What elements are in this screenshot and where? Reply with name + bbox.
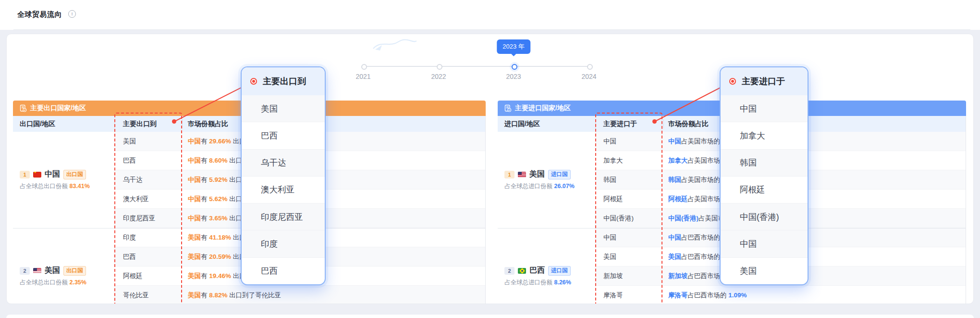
section-header: 全球贸易流向 ! bbox=[0, 0, 980, 30]
usa-flag-icon bbox=[33, 268, 41, 274]
popup-header: 主要进口于 bbox=[721, 67, 808, 95]
rank-badge: 2 bbox=[20, 267, 30, 275]
role-badge: 进口国 bbox=[548, 266, 571, 276]
import-from-popup: 主要进口于 中国 加拿大 韩国 阿根廷 中国(香港) 中国 美国 bbox=[720, 66, 808, 285]
partner-country: 阿根廷 bbox=[603, 195, 623, 204]
popup-item[interactable]: 阿根廷 bbox=[721, 177, 808, 204]
col-exporter: 出口国/地区 bbox=[20, 120, 55, 128]
popup-item[interactable]: 澳大利亚 bbox=[242, 177, 325, 204]
page-title: 全球贸易流向 bbox=[17, 10, 62, 19]
export-to-popup: 主要出口到 美国 巴西 乌干达 澳大利亚 印度尼西亚 印度 巴西 bbox=[241, 66, 326, 285]
market-share-text: 加拿大占美国市场的 bbox=[668, 156, 727, 165]
partner-country: 加拿大 bbox=[603, 156, 623, 165]
exporter-china-cell: 1 中国 出口国 占全球总出口份额 83.41% bbox=[13, 132, 114, 228]
table-edge bbox=[966, 116, 966, 304]
rank-badge: 2 bbox=[504, 267, 514, 275]
plane-decoration-icon bbox=[370, 37, 418, 54]
country-name: 美国 bbox=[45, 266, 60, 276]
col-import-from: 主要进口于 bbox=[603, 120, 637, 128]
table-edge bbox=[485, 116, 486, 304]
exporter-usa-cell: 2 美国 出口国 占全球总出口份额 2.35% bbox=[13, 228, 114, 304]
market-share-text: 新加坡占巴西市场的 bbox=[668, 272, 727, 280]
popup-item[interactable]: 乌干达 bbox=[242, 150, 325, 177]
col-export-to: 主要出口到 bbox=[123, 120, 157, 128]
popup-item[interactable]: 印度尼西亚 bbox=[242, 204, 325, 230]
slider-dot-2021[interactable] bbox=[361, 64, 367, 70]
partner-country: 乌干达 bbox=[123, 176, 143, 184]
global-share: 占全球总出口份额 2.35% bbox=[20, 279, 114, 287]
col-market-share: 市场份额占比 bbox=[668, 120, 709, 128]
popup-header: 主要出口到 bbox=[242, 67, 325, 95]
partner-country: 中国 bbox=[603, 137, 616, 146]
popup-item[interactable]: 美国 bbox=[242, 95, 325, 122]
export-anchor-dot bbox=[172, 119, 176, 124]
role-badge: 进口国 bbox=[548, 170, 571, 179]
country-name: 巴西 bbox=[529, 266, 545, 276]
global-trade-flow-panel: 全球贸易流向 ! 2023 年 2021 2022 2023 2024 bbox=[0, 0, 980, 318]
slider-handle-2023[interactable] bbox=[512, 64, 517, 70]
year-label[interactable]: 2022 bbox=[431, 73, 446, 80]
country-name: 中国 bbox=[45, 169, 60, 179]
info-icon[interactable]: ! bbox=[68, 10, 76, 18]
partner-country: 中国(香港) bbox=[603, 214, 634, 223]
importer-brazil-cell: 2 巴西 进口国 占全球总进口份额 8.26% bbox=[498, 228, 595, 304]
year-label[interactable]: 2023 bbox=[506, 73, 521, 80]
popup-title: 主要进口于 bbox=[742, 76, 785, 87]
usa-flag-icon bbox=[518, 172, 526, 178]
slider-dot-2024[interactable] bbox=[587, 64, 593, 70]
role-badge: 出口国 bbox=[63, 266, 86, 276]
partner-country: 韩国 bbox=[603, 176, 616, 184]
market-share-text: 美国占巴西市场的 bbox=[668, 253, 720, 261]
country-name: 美国 bbox=[529, 169, 545, 179]
brazil-flag-icon bbox=[518, 268, 526, 274]
divider bbox=[13, 29, 970, 30]
partner-country: 印度尼西亚 bbox=[123, 214, 156, 223]
partner-country: 澳大利亚 bbox=[123, 195, 149, 204]
slider-track[interactable] bbox=[363, 66, 589, 67]
popup-item[interactable]: 巴西 bbox=[242, 258, 325, 284]
market-share-text: 阿根廷占美国市场的 bbox=[668, 195, 727, 204]
popup-item[interactable]: 韩国 bbox=[721, 150, 808, 177]
year-tooltip: 2023 年 bbox=[497, 39, 530, 54]
year-label[interactable]: 2021 bbox=[355, 73, 370, 80]
partner-country: 印度 bbox=[123, 233, 136, 242]
market-share-text: 韩国占美国市场的 bbox=[668, 176, 720, 184]
rank-badge: 1 bbox=[504, 171, 514, 178]
popup-item[interactable]: 巴西 bbox=[242, 122, 325, 149]
popup-item[interactable]: 加拿大 bbox=[721, 122, 808, 149]
import-anchor-dot bbox=[652, 119, 657, 124]
partner-country: 新加坡 bbox=[603, 272, 623, 280]
trade-card: 2023 年 2021 2022 2023 2024 主要出口国家/地区 bbox=[6, 34, 974, 304]
list-icon bbox=[504, 104, 512, 112]
role-badge: 出口国 bbox=[63, 170, 86, 179]
china-flag-icon bbox=[33, 172, 41, 178]
market-share-text: 美国有 8.82% 出口到了哥伦比亚 bbox=[188, 291, 281, 300]
market-share-text: 中国占巴西市场的 bbox=[668, 233, 720, 242]
table-title: 主要进口国家/地区 bbox=[515, 104, 571, 113]
popup-title: 主要出口到 bbox=[263, 76, 306, 87]
partner-country: 美国 bbox=[123, 137, 136, 146]
next-section-card bbox=[6, 315, 974, 318]
global-share: 占全球总进口份额 26.07% bbox=[504, 182, 595, 191]
popup-item[interactable]: 美国 bbox=[721, 258, 808, 284]
popup-item[interactable]: 印度 bbox=[242, 230, 325, 257]
market-share-text: 摩洛哥占巴西市场的 1.09% bbox=[668, 291, 747, 300]
partner-country: 美国 bbox=[603, 253, 616, 261]
col-market-share: 市场份额占比 bbox=[188, 120, 228, 128]
importer-usa-cell: 1 美国 进口国 占全球总进口份额 26.07% bbox=[498, 132, 595, 228]
partner-country: 中国 bbox=[603, 233, 616, 242]
global-share: 占全球总进口份额 8.26% bbox=[504, 279, 595, 287]
target-dot-icon bbox=[250, 78, 257, 85]
partner-country: 巴西 bbox=[123, 253, 136, 261]
popup-item[interactable]: 中国 bbox=[721, 230, 808, 257]
year-label[interactable]: 2024 bbox=[581, 73, 596, 80]
col-importer: 进口国/地区 bbox=[504, 120, 540, 128]
popup-item[interactable]: 中国(香港) bbox=[721, 204, 808, 230]
partner-country: 哥伦比亚 bbox=[123, 291, 149, 300]
slider-dot-2022[interactable] bbox=[437, 64, 442, 70]
target-dot-icon bbox=[729, 78, 736, 85]
popup-item[interactable]: 中国 bbox=[721, 95, 808, 122]
table-title: 主要出口国家/地区 bbox=[30, 104, 86, 113]
global-share: 占全球总出口份额 83.41% bbox=[20, 182, 114, 191]
rank-badge: 1 bbox=[20, 171, 30, 178]
